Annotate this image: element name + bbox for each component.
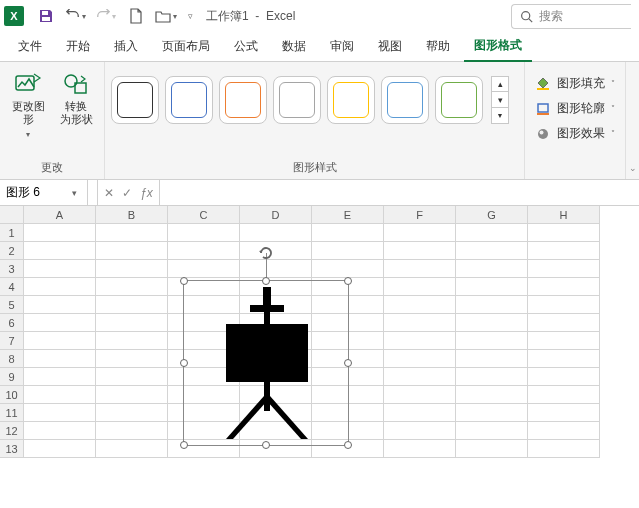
row-header-12[interactable]: 12 xyxy=(0,422,24,440)
graphic-outline-button[interactable]: 图形轮廓 ˅ xyxy=(531,97,619,120)
cell[interactable] xyxy=(528,296,600,314)
fx-button[interactable]: ƒx xyxy=(140,186,153,200)
name-box-input[interactable] xyxy=(6,186,68,200)
resize-handle-se[interactable] xyxy=(344,441,352,449)
cell[interactable] xyxy=(96,242,168,260)
resize-handle-ne[interactable] xyxy=(344,277,352,285)
cell[interactable] xyxy=(384,278,456,296)
cell[interactable] xyxy=(384,296,456,314)
tab-data[interactable]: 数据 xyxy=(272,32,316,61)
cell[interactable] xyxy=(240,260,312,278)
cell[interactable] xyxy=(312,242,384,260)
resize-handle-n[interactable] xyxy=(262,277,270,285)
resize-handle-sw[interactable] xyxy=(180,441,188,449)
cell[interactable] xyxy=(384,404,456,422)
col-header-E[interactable]: E xyxy=(312,206,384,224)
search-box[interactable]: 搜索 xyxy=(511,4,631,29)
row-header-2[interactable]: 2 xyxy=(0,242,24,260)
redo-button[interactable]: ▾ xyxy=(92,2,120,30)
cell[interactable] xyxy=(384,386,456,404)
gallery-more-button[interactable]: ▼ xyxy=(491,108,509,124)
name-box[interactable]: ▾ xyxy=(0,180,88,205)
tab-view[interactable]: 视图 xyxy=(368,32,412,61)
change-graphic-button[interactable]: 更改图 形 ▾ xyxy=(6,66,50,145)
spreadsheet-grid[interactable]: ABCDEFGH12345678910111213 xyxy=(0,206,639,458)
cell[interactable] xyxy=(24,404,96,422)
gallery-next-button[interactable]: ▾ xyxy=(491,92,509,108)
tab-help[interactable]: 帮助 xyxy=(416,32,460,61)
cell[interactable] xyxy=(24,332,96,350)
style-swatch-6[interactable] xyxy=(435,76,483,124)
cell[interactable] xyxy=(384,242,456,260)
cell[interactable] xyxy=(96,386,168,404)
cell[interactable] xyxy=(96,422,168,440)
row-header-5[interactable]: 5 xyxy=(0,296,24,314)
cell[interactable] xyxy=(96,350,168,368)
cell[interactable] xyxy=(384,314,456,332)
cell[interactable] xyxy=(96,224,168,242)
col-header-C[interactable]: C xyxy=(168,206,240,224)
ribbon-collapse-button[interactable]: ⌄ xyxy=(625,62,639,179)
cell[interactable] xyxy=(24,368,96,386)
confirm-fx-button[interactable]: ✓ xyxy=(122,186,132,200)
cell[interactable] xyxy=(456,260,528,278)
cell[interactable] xyxy=(384,332,456,350)
graphic-effects-button[interactable]: 图形效果 ˅ xyxy=(531,122,619,145)
cell[interactable] xyxy=(96,260,168,278)
cell[interactable] xyxy=(24,422,96,440)
tab-review[interactable]: 审阅 xyxy=(320,32,364,61)
cell[interactable] xyxy=(456,278,528,296)
cell[interactable] xyxy=(528,314,600,332)
cell[interactable] xyxy=(24,440,96,458)
cell[interactable] xyxy=(456,350,528,368)
formula-input[interactable] xyxy=(160,180,639,205)
cell[interactable] xyxy=(456,224,528,242)
cell[interactable] xyxy=(456,422,528,440)
resize-handle-w[interactable] xyxy=(180,359,188,367)
row-header-6[interactable]: 6 xyxy=(0,314,24,332)
cell[interactable] xyxy=(24,278,96,296)
cell[interactable] xyxy=(312,260,384,278)
cell[interactable] xyxy=(168,260,240,278)
cell[interactable] xyxy=(96,368,168,386)
cell[interactable] xyxy=(96,332,168,350)
cell[interactable] xyxy=(24,386,96,404)
cell[interactable] xyxy=(240,224,312,242)
cell[interactable] xyxy=(456,404,528,422)
row-header-4[interactable]: 4 xyxy=(0,278,24,296)
col-header-B[interactable]: B xyxy=(96,206,168,224)
select-all-corner[interactable] xyxy=(0,206,24,224)
tab-file[interactable]: 文件 xyxy=(8,32,52,61)
row-header-11[interactable]: 11 xyxy=(0,404,24,422)
row-header-10[interactable]: 10 xyxy=(0,386,24,404)
gallery-prev-button[interactable]: ▴ xyxy=(491,76,509,92)
cell[interactable] xyxy=(456,332,528,350)
cell[interactable] xyxy=(240,242,312,260)
style-swatch-3[interactable] xyxy=(273,76,321,124)
col-header-A[interactable]: A xyxy=(24,206,96,224)
save-button[interactable] xyxy=(32,2,60,30)
cell[interactable] xyxy=(528,278,600,296)
graphic-fill-button[interactable]: 图形填充 ˅ xyxy=(531,72,619,95)
tab-formula[interactable]: 公式 xyxy=(224,32,268,61)
style-swatch-5[interactable] xyxy=(381,76,429,124)
name-box-dropdown[interactable]: ▾ xyxy=(72,188,77,198)
cell[interactable] xyxy=(384,440,456,458)
cell[interactable] xyxy=(456,368,528,386)
tab-graphic-format[interactable]: 图形格式 xyxy=(464,31,532,62)
row-header-1[interactable]: 1 xyxy=(0,224,24,242)
cell[interactable] xyxy=(456,296,528,314)
col-header-D[interactable]: D xyxy=(240,206,312,224)
cell[interactable] xyxy=(528,350,600,368)
cell[interactable] xyxy=(312,224,384,242)
cell[interactable] xyxy=(24,260,96,278)
cancel-fx-button[interactable]: ✕ xyxy=(104,186,114,200)
resize-handle-nw[interactable] xyxy=(180,277,188,285)
row-header-3[interactable]: 3 xyxy=(0,260,24,278)
shape-selection-frame[interactable] xyxy=(183,280,349,446)
cell[interactable] xyxy=(528,260,600,278)
easel-graphic[interactable] xyxy=(214,287,320,444)
cell[interactable] xyxy=(24,314,96,332)
cell[interactable] xyxy=(96,314,168,332)
resize-handle-e[interactable] xyxy=(344,359,352,367)
